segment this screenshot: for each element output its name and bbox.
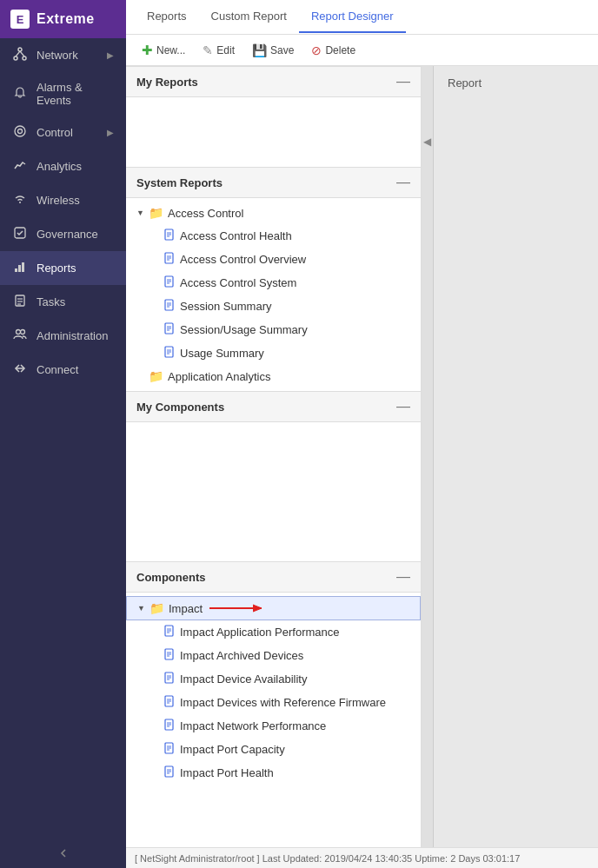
tree-item-impact-port-health[interactable]: Impact Port Health [126, 761, 421, 785]
folder-icon-impact: 📁 [150, 601, 164, 615]
components-body: ▼ 📁 Impact [126, 593, 421, 788]
tree-label-impact-port-health: Impact Port Health [180, 766, 274, 779]
folder-icon-access-control: 📁 [149, 206, 163, 220]
sidebar-item-reports[interactable]: Reports [0, 251, 126, 285]
new-label: New... [156, 44, 185, 56]
sidebar-item-connect[interactable]: Connect [0, 353, 126, 387]
logo-bar: E Extreme [0, 0, 126, 38]
svg-point-6 [18, 129, 23, 134]
tree-label-access-control: Access Control [168, 207, 243, 220]
right-panel: Report [434, 66, 598, 847]
sidebar-item-analytics[interactable]: Analytics [0, 149, 126, 183]
report-label: Report [444, 71, 485, 95]
my-components-title: My Components [136, 401, 224, 414]
sidebar-collapse-button[interactable] [0, 838, 126, 868]
tree-toggle-access-control: ▼ [136, 209, 149, 217]
my-components-header: My Components — [126, 391, 421, 422]
tree-group-impact[interactable]: ▼ 📁 Impact [126, 596, 421, 620]
panel-collapse-button[interactable]: ◀ [422, 66, 434, 847]
sidebar-item-control[interactable]: Control ▶ [0, 116, 126, 149]
file-icon-ac-health [164, 229, 176, 243]
chevron-right-icon-2: ▶ [107, 128, 114, 137]
system-reports-collapse-icon[interactable]: — [396, 175, 410, 190]
tree-item-app-analytics[interactable]: ▶ 📁 Application Analytics [126, 365, 421, 388]
my-reports-collapse-icon[interactable]: — [396, 74, 410, 89]
components-collapse-icon[interactable]: — [396, 569, 410, 585]
sidebar-item-governance[interactable]: Governance [0, 217, 126, 251]
sidebar-label-network: Network [37, 49, 98, 62]
sidebar-label-reports: Reports [37, 262, 114, 275]
tree-group-access-control[interactable]: ▼ 📁 Access Control [126, 202, 421, 224]
sidebar-item-administration[interactable]: Administration [0, 319, 126, 353]
delete-button[interactable]: ⊘ Delete [304, 41, 362, 60]
file-icon-impact-port-health [164, 765, 176, 780]
svg-point-16 [21, 330, 25, 335]
sidebar-label-connect: Connect [37, 363, 114, 376]
svg-point-1 [14, 56, 17, 60]
new-button[interactable]: ✚ New... [135, 40, 192, 61]
svg-point-2 [23, 56, 26, 60]
save-button[interactable]: 💾 Save [245, 41, 301, 60]
tree-item-impact-app-perf[interactable]: Impact Application Performance [126, 620, 421, 644]
tree-item-ac-overview[interactable]: Access Control Overview [126, 248, 421, 271]
svg-rect-9 [18, 265, 21, 272]
tree-item-ac-system[interactable]: Access Control System [126, 271, 421, 295]
logo-text: Extreme [37, 11, 95, 27]
left-panel: My Reports — System Reports — ▼ 📁 [126, 66, 422, 847]
my-components-body [126, 422, 421, 561]
tree-label-impact-firmware: Impact Devices with Reference Firmware [180, 696, 386, 709]
admin-icon [12, 328, 28, 344]
sidebar-item-network[interactable]: Network ▶ [0, 38, 126, 72]
delete-label: Delete [325, 44, 355, 56]
my-reports-title: My Reports [136, 76, 198, 89]
file-icon-impact-port-cap [164, 742, 176, 757]
file-icon-ac-system [164, 275, 176, 290]
file-icon-usage-summary [164, 346, 176, 361]
edit-icon: ✎ [203, 43, 213, 57]
tree-label-ac-overview: Access Control Overview [180, 253, 306, 266]
delete-icon: ⊘ [311, 43, 322, 57]
toolbar: ✚ New... ✎ Edit 💾 Save ⊘ Delete [126, 35, 598, 66]
sidebar-item-alarms[interactable]: Alarms & Events [0, 72, 126, 116]
file-icon-impact-archived [164, 648, 176, 663]
logo-icon: E [10, 10, 30, 29]
svg-point-15 [17, 330, 21, 335]
tree-item-session-summary[interactable]: Session Summary [126, 295, 421, 318]
tree-label-impact-device-avail: Impact Device Availability [180, 673, 307, 686]
edit-button[interactable]: ✎ Edit [196, 41, 242, 60]
tab-report-designer[interactable]: Report Designer [299, 1, 406, 33]
sidebar-item-tasks[interactable]: Tasks [0, 285, 126, 319]
tree-label-impact-app-perf: Impact Application Performance [180, 626, 340, 639]
chevron-right-icon: ▶ [107, 50, 114, 60]
tree-item-usage-summary[interactable]: Usage Summary [126, 341, 421, 365]
tree-label-session-usage: Session/Usage Summary [180, 323, 308, 336]
content-area: My Reports — System Reports — ▼ 📁 [126, 66, 598, 847]
components-header: Components — [126, 561, 421, 593]
tree-item-session-usage-summary[interactable]: Session/Usage Summary [126, 318, 421, 341]
tree-item-impact-archived[interactable]: Impact Archived Devices [126, 644, 421, 667]
tree-item-impact-network-perf[interactable]: Impact Network Performance [126, 714, 421, 738]
components-title: Components [136, 571, 205, 584]
tree-item-ac-health[interactable]: Access Control Health [126, 224, 421, 248]
main-content: Reports Custom Report Report Designer ✚ … [126, 0, 598, 868]
svg-rect-8 [15, 268, 17, 272]
svg-point-5 [15, 126, 25, 136]
sidebar-item-wireless[interactable]: Wireless [0, 183, 126, 217]
tree-item-impact-port-capacity[interactable]: Impact Port Capacity [126, 738, 421, 761]
governance-icon [12, 226, 28, 242]
tree-label-impact-archived: Impact Archived Devices [180, 649, 303, 662]
status-bar: [ NetSight Administrator/root ] Last Upd… [126, 847, 598, 868]
tree-label-impact-net-perf: Impact Network Performance [180, 719, 326, 732]
tree-label-session-summary: Session Summary [180, 300, 271, 313]
svg-line-3 [16, 51, 20, 56]
my-components-collapse-icon[interactable]: — [396, 399, 410, 414]
sidebar-label-tasks: Tasks [37, 295, 114, 308]
tab-reports[interactable]: Reports [135, 1, 199, 33]
tree-toggle-impact: ▼ [137, 604, 150, 613]
tree-item-impact-device-avail[interactable]: Impact Device Availability [126, 667, 421, 691]
sidebar-label-wireless: Wireless [37, 194, 114, 207]
tab-custom-report[interactable]: Custom Report [199, 1, 299, 33]
my-reports-body [126, 97, 421, 167]
tree-label-app-analytics: Application Analytics [168, 370, 271, 383]
tree-item-impact-device-firmware[interactable]: Impact Devices with Reference Firmware [126, 691, 421, 714]
